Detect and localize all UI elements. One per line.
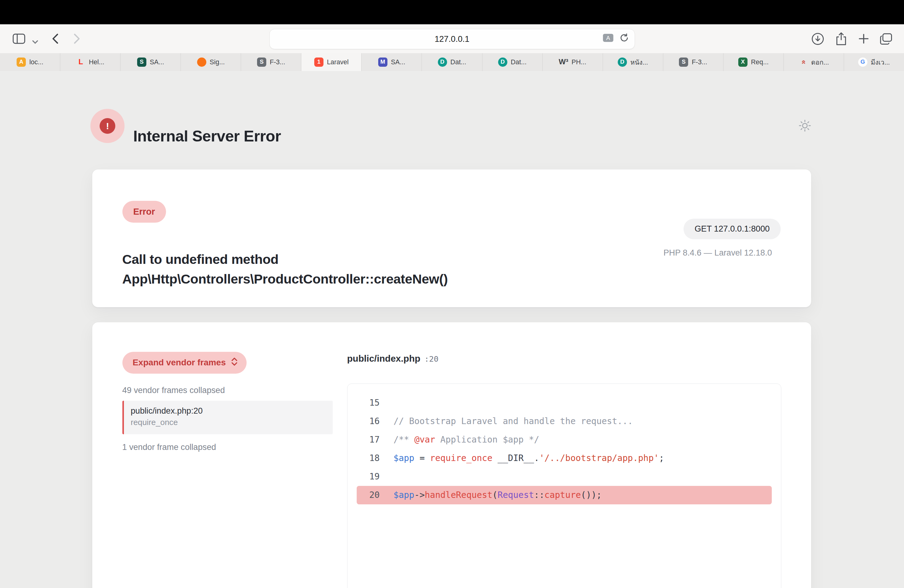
- frame-call: require_once: [131, 417, 333, 427]
- tab-bar: A loc... L Hel... S SA... Sig... S F-3..…: [0, 53, 904, 71]
- tab-label: Hel...: [89, 58, 104, 66]
- version-info: PHP 8.4.6 — Laravel 12.18.0: [664, 248, 772, 258]
- translate-icon[interactable]: A: [603, 33, 614, 44]
- error-type-badge: Error: [122, 201, 166, 223]
- stack-trace-card: Expand vendor frames 49 vendor frames co…: [92, 322, 811, 588]
- share-button[interactable]: [835, 32, 847, 48]
- google-icon: G: [858, 57, 868, 67]
- tab-label: Req...: [751, 58, 769, 66]
- request-badge: GET 127.0.0.1:8000: [684, 219, 781, 240]
- sidebar-menu-button[interactable]: [32, 37, 38, 46]
- green-s-app-icon: S: [137, 57, 146, 67]
- line-number: 16: [357, 412, 380, 430]
- code-file-line: :20: [424, 354, 438, 364]
- theme-toggle-button[interactable]: [798, 119, 811, 132]
- browser-tab[interactable]: D Dat...: [422, 53, 482, 71]
- browser-window: 127.0.0.1 A: [0, 0, 904, 588]
- code-line: 15: [357, 394, 772, 412]
- tab-label: ดอก...: [811, 57, 829, 67]
- tab-label: Laravel: [327, 58, 349, 66]
- code-line: 20 $app->handleRequest(Request::capture(…: [357, 486, 772, 504]
- laravel-icon: L: [76, 57, 85, 67]
- forward-button[interactable]: [74, 33, 80, 46]
- browser-tab[interactable]: L Hel...: [60, 53, 120, 71]
- forward-icon: [74, 33, 80, 46]
- error-summary-card: Error GET 127.0.0.1:8000 PHP 8.4.6 — Lar…: [92, 169, 811, 307]
- code-line: 16 // Bootstrap Laravel and handle the r…: [357, 412, 772, 430]
- tab-label: F-3...: [270, 58, 285, 66]
- teal-app-icon: D: [498, 57, 507, 67]
- sidebar-toggle-button[interactable]: [13, 33, 25, 46]
- excel-icon: X: [738, 57, 748, 67]
- plus-icon: [858, 33, 869, 46]
- browser-tab[interactable]: 1 Laravel: [301, 53, 362, 71]
- code-line: 19: [357, 468, 772, 486]
- laravel-error-page: ! Internal Server Error Error GET 127.0.…: [0, 71, 904, 588]
- tab-label: SA...: [150, 58, 164, 66]
- gray-s-app-icon: S: [679, 57, 688, 67]
- browser-tab[interactable]: Sig...: [181, 53, 241, 71]
- tab-label: F-3...: [692, 58, 707, 66]
- tab-label: loc...: [29, 58, 43, 66]
- tab-label: Dat...: [450, 58, 466, 66]
- download-icon: [811, 32, 824, 47]
- line-number: 20: [357, 486, 380, 504]
- tab-label: Sig...: [210, 58, 225, 66]
- tab-overview-button[interactable]: [880, 33, 892, 47]
- code-lines: 15 16 // Bootstrap Laravel and handle th…: [348, 394, 781, 504]
- line-content: $app->handleRequest(Request::capture());: [394, 486, 602, 504]
- stack-frame-item[interactable]: public/index.php:20 require_once: [122, 401, 333, 434]
- page-title: Internal Server Error: [133, 126, 281, 146]
- teal-app-icon: D: [618, 57, 627, 67]
- browser-tab[interactable]: D Dat...: [482, 53, 543, 71]
- browser-tab[interactable]: W³ PH...: [543, 53, 603, 71]
- red-chevrons-icon: »: [798, 57, 808, 67]
- code-line: 18 $app = require_once __DIR__.'/../boot…: [357, 449, 772, 468]
- browser-tab[interactable]: D หนัง...: [603, 53, 663, 71]
- frame-location: public/index.php:20: [131, 406, 333, 416]
- macos-menubar: [0, 0, 904, 24]
- address-bar[interactable]: 127.0.0.1 A: [269, 29, 635, 49]
- w3schools-icon: W³: [559, 57, 568, 67]
- vendor-frames-collapsed-above: 49 vendor frames collapsed: [122, 385, 225, 395]
- line-number: 17: [357, 430, 380, 449]
- new-tab-button[interactable]: [858, 33, 869, 46]
- blue-m-app-icon: M: [378, 57, 387, 67]
- code-file-heading: public/index.php :20: [347, 353, 438, 364]
- browser-tab[interactable]: S F-3...: [663, 53, 724, 71]
- downloads-button[interactable]: [811, 32, 824, 47]
- back-icon: [52, 33, 58, 46]
- vendor-frames-collapsed-below: 1 vendor frame collapsed: [122, 442, 216, 452]
- share-icon: [835, 32, 847, 48]
- browser-toolbar: 127.0.0.1 A: [0, 24, 904, 54]
- browser-tab[interactable]: S SA...: [120, 53, 181, 71]
- teal-app-icon: D: [438, 57, 447, 67]
- orange-dot-icon: [197, 57, 206, 67]
- code-file-name: public/index.php: [347, 353, 420, 364]
- sidebar-toggle-icon: [13, 33, 25, 46]
- browser-tab[interactable]: G มีงเว...: [844, 53, 904, 71]
- line-number: 18: [357, 449, 380, 468]
- line-content: $app = require_once __DIR__.'/../bootstr…: [394, 449, 664, 468]
- error-message: Call to undefined method App\Http\Contro…: [122, 250, 572, 289]
- code-snippet: 15 16 // Bootstrap Laravel and handle th…: [347, 384, 781, 588]
- line-number: 19: [357, 468, 380, 486]
- expand-vendor-frames-button[interactable]: Expand vendor frames: [122, 352, 247, 374]
- tab-label: หนัง...: [631, 57, 648, 67]
- browser-tab[interactable]: X Req...: [724, 53, 784, 71]
- tab-label: PH...: [572, 58, 586, 66]
- tab-label: มีงเว...: [871, 57, 890, 67]
- browser-tab[interactable]: » ดอก...: [784, 53, 844, 71]
- sun-icon: [798, 125, 811, 133]
- line-content: // Bootstrap Laravel and handle the requ…: [394, 412, 633, 430]
- browser-tab[interactable]: M SA...: [362, 53, 422, 71]
- reload-icon[interactable]: [620, 33, 629, 44]
- tab-label: SA...: [391, 58, 405, 66]
- browser-tab[interactable]: A loc...: [0, 53, 60, 71]
- browser-tab[interactable]: S F-3...: [241, 53, 301, 71]
- laravel-favicon-icon: 1: [314, 57, 324, 67]
- error-alert-badge: !: [90, 109, 125, 143]
- tabs-overview-icon: [880, 33, 892, 47]
- expand-vendor-frames-label: Expand vendor frames: [133, 358, 226, 368]
- back-button[interactable]: [52, 33, 58, 46]
